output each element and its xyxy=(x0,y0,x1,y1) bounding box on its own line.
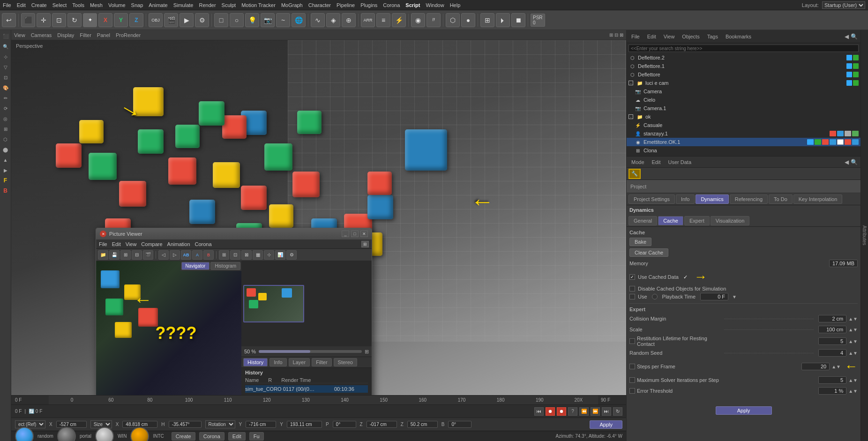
dyn-tab-expert[interactable]: Expert xyxy=(684,216,710,225)
menu-select[interactable]: Select xyxy=(52,2,67,8)
render-active[interactable]: ⚙ xyxy=(195,13,209,27)
menu-edit[interactable]: Edit xyxy=(17,2,26,8)
dialog-menu-compare[interactable]: Compare xyxy=(141,241,162,247)
flag-render[interactable] xyxy=(853,55,859,60)
right-edit-btn[interactable]: Edit xyxy=(645,33,658,40)
menu-character[interactable]: Character xyxy=(308,2,331,8)
stanzayy-tag2[interactable] xyxy=(837,131,844,136)
undo-btn[interactable]: ↩ xyxy=(2,13,16,27)
hist-tab-stereo[interactable]: Stereo xyxy=(334,358,357,366)
right-file-btn[interactable]: File xyxy=(629,33,642,40)
menu-create[interactable]: Create xyxy=(31,2,47,8)
obj-group-ok[interactable]: - 📁 ok xyxy=(627,112,861,121)
dialog-tool-5[interactable]: 🎬 xyxy=(143,250,153,260)
scale-spinner[interactable]: ▲▼ xyxy=(848,327,858,332)
sidebar-tool-9[interactable]: ◎ xyxy=(1,114,10,123)
obj-emettitore[interactable]: ◉ Emettitore.OK.1 xyxy=(627,138,861,146)
stanzayy-tag1[interactable] xyxy=(830,131,836,136)
stop-btn[interactable]: ⏹ xyxy=(511,13,525,27)
user-data-btn[interactable]: User Data xyxy=(666,158,694,166)
nurbs-tool[interactable]: ◈ xyxy=(326,13,340,27)
dialog-tool-ab[interactable]: AB xyxy=(181,250,191,260)
cube-tool[interactable]: □ xyxy=(214,13,228,27)
collapse-icon[interactable]: ◀ xyxy=(845,33,849,40)
thumbnail-image[interactable] xyxy=(243,285,304,322)
timeline-ruler[interactable]: 0608010011012013014015016017018019020X xyxy=(49,396,598,404)
settings-tab-referencing[interactable]: Referencing xyxy=(730,194,768,204)
hist-tab-info[interactable]: Info xyxy=(269,358,286,366)
sidebar-tool-7[interactable]: ✏ xyxy=(1,94,10,102)
menu-tools[interactable]: Tools xyxy=(72,2,84,8)
menu-window[interactable]: Window xyxy=(426,2,444,8)
menu-help[interactable]: Help xyxy=(450,2,461,8)
menu-corona[interactable]: Corona xyxy=(383,2,400,8)
z-pos-input[interactable] xyxy=(367,421,397,428)
hist-tab-filter[interactable]: Filter xyxy=(312,358,331,366)
random-seed-spinner[interactable]: ▲▼ xyxy=(848,351,858,356)
flag-vis[interactable] xyxy=(846,55,852,60)
emettitore-tag1[interactable] xyxy=(807,139,814,145)
material-preview-portal[interactable] xyxy=(57,427,76,441)
menu-mograph[interactable]: MoGraph xyxy=(281,2,303,8)
obj-casuale[interactable]: ⚡ Casuale xyxy=(627,121,861,129)
rotate-tool[interactable]: ↻ xyxy=(67,13,82,27)
obj-clona[interactable]: ⊞ Clona xyxy=(627,146,861,155)
dialog-tool-open[interactable]: 📁 xyxy=(98,250,108,260)
render-region[interactable]: 🎬 xyxy=(164,13,178,27)
corona-btn[interactable]: Corona xyxy=(199,432,224,441)
restitution-spinner[interactable]: ▲▼ xyxy=(848,339,858,344)
dynamics-tag[interactable]: ◉ xyxy=(411,13,425,27)
menu-mesh[interactable]: Mesh xyxy=(90,2,103,8)
dialog-menu-view[interactable]: View xyxy=(126,241,137,247)
right-bookmarks-btn[interactable]: Bookmarks xyxy=(724,33,753,40)
sphere-tool[interactable]: ○ xyxy=(230,13,244,27)
view-tab-panel[interactable]: Panel xyxy=(97,32,110,38)
obj-cielo[interactable]: ☁ Cielo xyxy=(627,96,861,104)
camera-tool[interactable]: 📷 xyxy=(261,13,275,27)
sidebar-tool-11[interactable]: ⬡ xyxy=(1,135,10,143)
settings-tab-info[interactable]: Info xyxy=(676,194,695,204)
dialog-tool-9[interactable]: ⊡ xyxy=(230,250,240,260)
hist-tab-layer[interactable]: Layer xyxy=(289,358,310,366)
view-tab-filter[interactable]: Filter xyxy=(80,32,91,38)
obj-group-luciecam[interactable]: - 📁 luci e cam xyxy=(627,79,861,87)
xyz-z[interactable]: Z xyxy=(129,13,143,27)
create-btn[interactable]: Create xyxy=(172,432,195,441)
use-radio[interactable] xyxy=(652,294,658,299)
material-preview-win[interactable] xyxy=(95,427,114,441)
object-list[interactable]: ⬡ Deflettore.2 ⬡ Deflettore.1 ⬡ Defletto… xyxy=(627,53,861,157)
boole-tool[interactable]: ⊕ xyxy=(342,13,356,27)
dyn-tab-visualization[interactable]: Visualization xyxy=(711,216,750,225)
clear-cache-button[interactable]: Clear Cache xyxy=(629,248,668,257)
dialog-tool-7[interactable]: ▷ xyxy=(170,250,180,260)
material-preview-intc[interactable] xyxy=(130,427,149,441)
light-tool[interactable]: 💡 xyxy=(245,13,259,27)
menu-file[interactable]: File xyxy=(3,2,11,8)
b-rot-input[interactable] xyxy=(448,421,471,428)
stanzayy-tag3[interactable] xyxy=(845,131,851,136)
record-btn2[interactable]: ⏺ xyxy=(557,407,566,416)
z-size-input[interactable] xyxy=(407,421,438,428)
search-input[interactable] xyxy=(629,45,859,52)
transform-tool[interactable]: ✦ xyxy=(83,13,97,27)
right-tags-btn[interactable]: Tags xyxy=(705,33,720,40)
viewport-nav[interactable]: ⊞ xyxy=(480,13,494,27)
menu-sculpt[interactable]: Sculpt xyxy=(222,2,236,8)
sidebar-tool-8[interactable]: ⟳ xyxy=(1,104,10,112)
hair-tool[interactable]: 〃 xyxy=(427,13,441,27)
menu-plugins[interactable]: Plugins xyxy=(360,2,377,8)
disable-cached-checkbox[interactable] xyxy=(629,286,635,292)
sidebar-tool-5[interactable]: ⊡ xyxy=(1,73,10,82)
xyz-y[interactable]: Y xyxy=(114,13,128,27)
settings-tab-project[interactable]: Project Settings xyxy=(629,194,675,204)
menu-animate[interactable]: Animate xyxy=(149,2,167,8)
settings-tab-keyinterp[interactable]: Key Interpolation xyxy=(793,194,843,204)
obj-deflettore1[interactable]: ⬡ Deflettore.1 xyxy=(627,62,861,70)
menu-simulate[interactable]: Simulate xyxy=(173,2,194,8)
obj-deflettore[interactable]: ⬡ Deflettore xyxy=(627,70,861,79)
emettitore-tag4[interactable] xyxy=(830,139,836,145)
sidebar-tool-14[interactable]: ▶ xyxy=(1,166,10,174)
scene-tool[interactable]: ⬡ xyxy=(446,13,460,27)
view-tab-display[interactable]: Display xyxy=(57,32,74,38)
sidebar-tool-6[interactable]: 🎨 xyxy=(1,83,10,92)
